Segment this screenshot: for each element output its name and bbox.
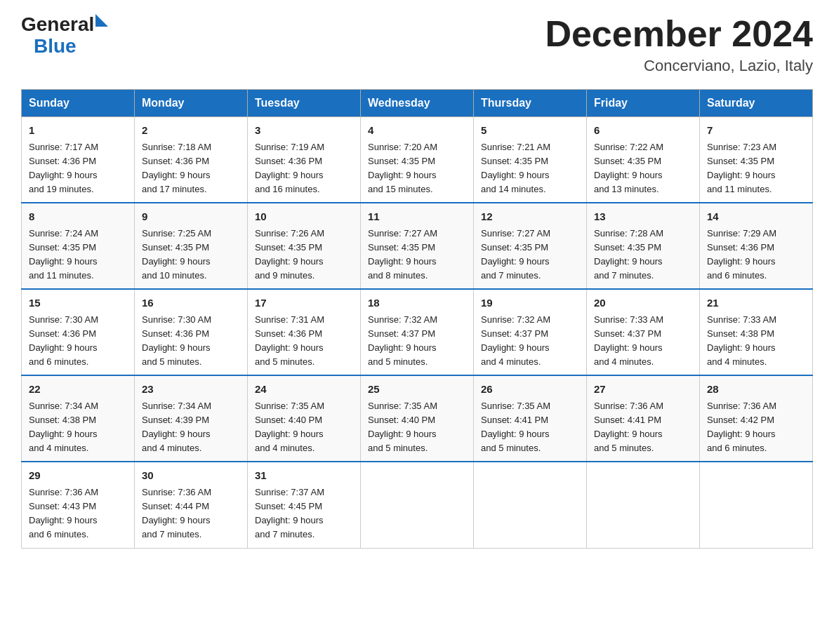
day-number: 8 [29,209,127,225]
day-number: 11 [368,209,466,225]
calendar-cell: 26Sunrise: 7:35 AMSunset: 4:41 PMDayligh… [474,375,587,462]
day-number: 3 [255,123,353,139]
day-header-wednesday: Wednesday [361,90,474,117]
day-number: 29 [29,468,127,484]
calendar-cell: 11Sunrise: 7:27 AMSunset: 4:35 PMDayligh… [361,203,474,289]
day-number: 5 [481,123,579,139]
day-info: Sunrise: 7:37 AMSunset: 4:45 PMDaylight:… [255,485,353,542]
calendar-cell: 21Sunrise: 7:33 AMSunset: 4:38 PMDayligh… [700,289,813,375]
calendar-cell: 30Sunrise: 7:36 AMSunset: 4:44 PMDayligh… [135,462,248,548]
logo-text-blue: Blue [34,36,77,58]
day-number: 22 [29,382,127,398]
day-info: Sunrise: 7:18 AMSunset: 4:36 PMDaylight:… [142,140,240,197]
day-number: 1 [29,123,127,139]
calendar-cell: 1Sunrise: 7:17 AMSunset: 4:36 PMDaylight… [22,117,135,203]
day-header-tuesday: Tuesday [248,90,361,117]
day-info: Sunrise: 7:36 AMSunset: 4:43 PMDaylight:… [29,485,127,542]
day-info: Sunrise: 7:36 AMSunset: 4:42 PMDaylight:… [707,399,805,456]
day-info: Sunrise: 7:27 AMSunset: 4:35 PMDaylight:… [481,227,579,283]
calendar-week-row: 8Sunrise: 7:24 AMSunset: 4:35 PMDaylight… [22,203,813,289]
calendar-cell: 28Sunrise: 7:36 AMSunset: 4:42 PMDayligh… [700,375,813,462]
day-info: Sunrise: 7:31 AMSunset: 4:36 PMDaylight:… [255,313,353,370]
calendar-cell: 15Sunrise: 7:30 AMSunset: 4:36 PMDayligh… [22,289,135,375]
day-info: Sunrise: 7:35 AMSunset: 4:40 PMDaylight:… [368,399,466,456]
day-info: Sunrise: 7:21 AMSunset: 4:35 PMDaylight:… [481,140,579,197]
day-number: 10 [255,209,353,225]
calendar-cell: 12Sunrise: 7:27 AMSunset: 4:35 PMDayligh… [474,203,587,289]
day-number: 21 [707,295,805,311]
day-number: 20 [594,295,692,311]
page-header: General Blue December 2024 Concerviano, … [21,14,813,75]
calendar-cell: 9Sunrise: 7:25 AMSunset: 4:35 PMDaylight… [135,203,248,289]
day-info: Sunrise: 7:28 AMSunset: 4:35 PMDaylight:… [594,227,692,283]
day-info: Sunrise: 7:36 AMSunset: 4:44 PMDaylight:… [142,485,240,542]
calendar-table: SundayMondayTuesdayWednesdayThursdayFrid… [21,89,813,548]
day-number: 24 [255,382,353,398]
calendar-cell: 24Sunrise: 7:35 AMSunset: 4:40 PMDayligh… [248,375,361,462]
day-info: Sunrise: 7:33 AMSunset: 4:38 PMDaylight:… [707,313,805,370]
day-number: 7 [707,123,805,139]
day-info: Sunrise: 7:29 AMSunset: 4:36 PMDaylight:… [707,227,805,283]
day-number: 9 [142,209,240,225]
calendar-cell: 6Sunrise: 7:22 AMSunset: 4:35 PMDaylight… [587,117,700,203]
calendar-cell: 7Sunrise: 7:23 AMSunset: 4:35 PMDaylight… [700,117,813,203]
day-info: Sunrise: 7:17 AMSunset: 4:36 PMDaylight:… [29,140,127,197]
day-info: Sunrise: 7:35 AMSunset: 4:41 PMDaylight:… [481,399,579,456]
day-header-saturday: Saturday [700,90,813,117]
calendar-header-row: SundayMondayTuesdayWednesdayThursdayFrid… [22,90,813,117]
calendar-cell: 4Sunrise: 7:20 AMSunset: 4:35 PMDaylight… [361,117,474,203]
day-number: 26 [481,382,579,398]
calendar-cell: 3Sunrise: 7:19 AMSunset: 4:36 PMDaylight… [248,117,361,203]
day-number: 18 [368,295,466,311]
day-info: Sunrise: 7:32 AMSunset: 4:37 PMDaylight:… [481,313,579,370]
day-number: 27 [594,382,692,398]
month-title: December 2024 [545,14,813,54]
day-info: Sunrise: 7:27 AMSunset: 4:35 PMDaylight:… [368,227,466,283]
day-number: 6 [594,123,692,139]
day-number: 4 [368,123,466,139]
calendar-cell: 8Sunrise: 7:24 AMSunset: 4:35 PMDaylight… [22,203,135,289]
day-info: Sunrise: 7:23 AMSunset: 4:35 PMDaylight:… [707,140,805,197]
day-number: 23 [142,382,240,398]
day-number: 16 [142,295,240,311]
calendar-cell: 13Sunrise: 7:28 AMSunset: 4:35 PMDayligh… [587,203,700,289]
day-header-friday: Friday [587,90,700,117]
calendar-cell: 22Sunrise: 7:34 AMSunset: 4:38 PMDayligh… [22,375,135,462]
calendar-cell: 5Sunrise: 7:21 AMSunset: 4:35 PMDaylight… [474,117,587,203]
calendar-week-row: 22Sunrise: 7:34 AMSunset: 4:38 PMDayligh… [22,375,813,462]
day-number: 12 [481,209,579,225]
day-info: Sunrise: 7:30 AMSunset: 4:36 PMDaylight:… [142,313,240,370]
calendar-week-row: 29Sunrise: 7:36 AMSunset: 4:43 PMDayligh… [22,462,813,548]
calendar-cell [587,462,700,548]
day-info: Sunrise: 7:33 AMSunset: 4:37 PMDaylight:… [594,313,692,370]
day-header-sunday: Sunday [22,90,135,117]
calendar-cell [700,462,813,548]
calendar-cell: 25Sunrise: 7:35 AMSunset: 4:40 PMDayligh… [361,375,474,462]
calendar-cell [474,462,587,548]
day-number: 15 [29,295,127,311]
calendar-week-row: 15Sunrise: 7:30 AMSunset: 4:36 PMDayligh… [22,289,813,375]
calendar-cell: 19Sunrise: 7:32 AMSunset: 4:37 PMDayligh… [474,289,587,375]
logo-text-general: General [21,14,94,36]
title-block: December 2024 Concerviano, Lazio, Italy [545,14,813,75]
day-info: Sunrise: 7:24 AMSunset: 4:35 PMDaylight:… [29,227,127,283]
day-number: 17 [255,295,353,311]
location-subtitle: Concerviano, Lazio, Italy [545,57,813,75]
day-header-monday: Monday [135,90,248,117]
day-info: Sunrise: 7:34 AMSunset: 4:38 PMDaylight:… [29,399,127,456]
day-number: 19 [481,295,579,311]
day-info: Sunrise: 7:26 AMSunset: 4:35 PMDaylight:… [255,227,353,283]
logo: General Blue [21,14,108,58]
day-info: Sunrise: 7:34 AMSunset: 4:39 PMDaylight:… [142,399,240,456]
day-number: 25 [368,382,466,398]
calendar-cell: 23Sunrise: 7:34 AMSunset: 4:39 PMDayligh… [135,375,248,462]
day-number: 14 [707,209,805,225]
day-info: Sunrise: 7:25 AMSunset: 4:35 PMDaylight:… [142,227,240,283]
calendar-cell: 2Sunrise: 7:18 AMSunset: 4:36 PMDaylight… [135,117,248,203]
day-header-thursday: Thursday [474,90,587,117]
calendar-cell: 10Sunrise: 7:26 AMSunset: 4:35 PMDayligh… [248,203,361,289]
day-number: 13 [594,209,692,225]
day-info: Sunrise: 7:19 AMSunset: 4:36 PMDaylight:… [255,140,353,197]
logo-triangle-icon [95,14,108,27]
calendar-cell: 18Sunrise: 7:32 AMSunset: 4:37 PMDayligh… [361,289,474,375]
